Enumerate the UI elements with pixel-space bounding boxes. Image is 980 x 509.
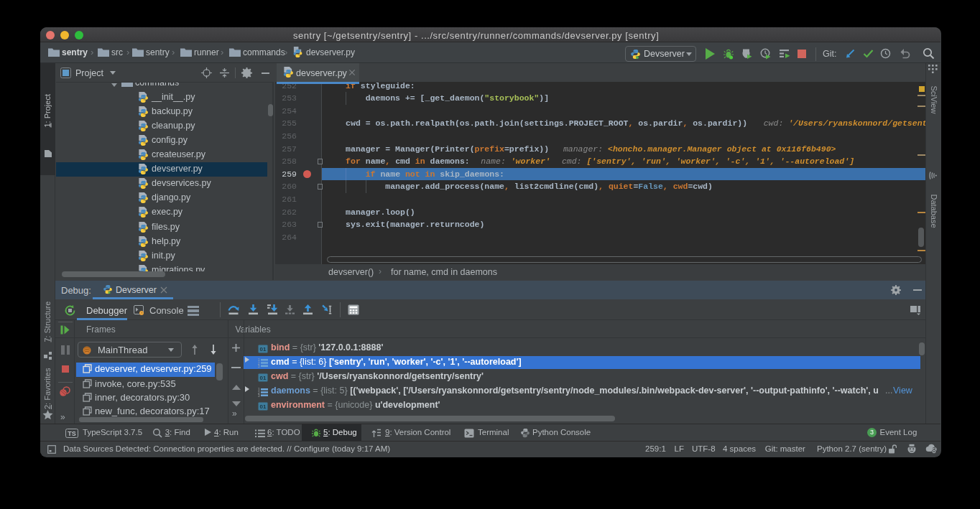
svg-text:TS: TS <box>68 430 76 437</box>
svg-text:01: 01 <box>260 346 267 352</box>
svg-text:3: 3 <box>258 393 260 396</box>
svg-text:01: 01 <box>260 403 267 410</box>
svg-text:01: 01 <box>260 375 267 381</box>
svg-text:3: 3 <box>258 365 260 368</box>
